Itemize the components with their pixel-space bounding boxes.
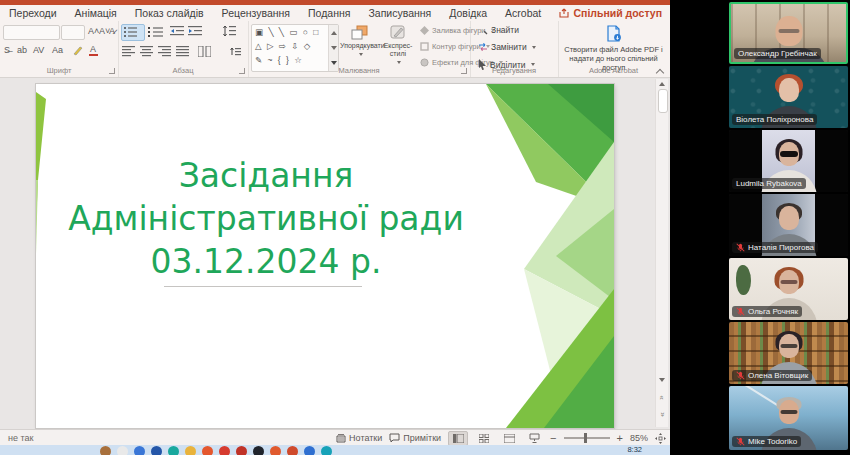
strikethrough-button[interactable]: S̶	[4, 45, 10, 55]
scroll-down-button[interactable]	[656, 375, 668, 385]
tab-review[interactable]: Рецензування	[213, 7, 299, 19]
zoom-level[interactable]: 85%	[630, 433, 648, 443]
quick-styles-icon	[390, 25, 406, 41]
participant-tile-violeta[interactable]: Віолета Поліхронова	[729, 66, 848, 128]
slide-title-line: Адміністративної ради	[66, 197, 466, 240]
status-left-text: не так	[8, 433, 33, 443]
vertical-scrollbar[interactable]: » »	[655, 79, 668, 427]
quick-styles-caret-icon	[397, 61, 401, 64]
participant-tile-oleksandr[interactable]: Олександр Гребінчак	[729, 2, 848, 64]
tab-slideshow[interactable]: Показ слайдів	[126, 7, 213, 19]
fit-to-window-icon[interactable]	[655, 433, 666, 444]
comments-button[interactable]: Примітки	[389, 433, 441, 443]
change-case-button[interactable]: Aa	[52, 45, 63, 55]
find-button[interactable]: Знайти	[478, 25, 519, 35]
zoom-in-button[interactable]: +	[617, 432, 623, 444]
shapes-row: ✎ ~ { } ☆	[252, 53, 338, 67]
quick-styles-label: Експрес-стилі	[380, 42, 416, 58]
font-name-combobox[interactable]	[3, 25, 60, 40]
decrease-indent-icon[interactable]	[170, 25, 184, 38]
align-center-icon[interactable]	[140, 46, 153, 57]
slideshow-icon	[529, 433, 540, 443]
scrollbar-thumb[interactable]	[658, 89, 668, 113]
drawing-group-label: Малювання	[248, 66, 470, 75]
align-left-icon[interactable]	[122, 46, 135, 57]
line-spacing-icon[interactable]	[222, 25, 236, 38]
scroll-up-button[interactable]	[656, 79, 668, 89]
participant-tile-natalia[interactable]: Наталія Пирогова	[729, 194, 848, 256]
drawing-dialog-launcher[interactable]	[461, 68, 467, 74]
slide-title: Засідання Адміністративної ради 03.12.20…	[66, 154, 466, 283]
taskbar-icons	[100, 446, 332, 455]
shapes-gallery-scrollbar[interactable]	[328, 25, 338, 71]
shapes-row: △ ▷ ⇨ ⇩ ◇	[252, 39, 338, 53]
windows-taskbar[interactable]: 8:32	[0, 445, 670, 455]
collapse-ribbon-icon[interactable]	[657, 68, 664, 73]
zoom-out-button[interactable]: −	[550, 432, 556, 444]
participant-tile-ludmila[interactable]: Ludmila Rybakova	[729, 130, 848, 192]
increase-indent-icon[interactable]	[188, 25, 202, 38]
arrange-icon	[351, 25, 369, 41]
notes-icon	[336, 433, 346, 443]
reading-view-button[interactable]	[500, 432, 518, 445]
text-direction-icon[interactable]	[230, 46, 242, 57]
share-icon	[559, 8, 569, 18]
columns-icon[interactable]	[198, 46, 211, 57]
tab-transitions[interactable]: Переходи	[0, 7, 66, 19]
participants-sidebar: Олександр Гребінчак Віолета Поліхронова	[728, 0, 850, 455]
replace-icon	[478, 42, 488, 52]
font-color-button[interactable]: A	[90, 44, 96, 54]
paragraph-dialog-launcher[interactable]	[239, 68, 245, 74]
gallery-up-icon	[331, 31, 337, 35]
participant-name-label: Mike Todoriko	[732, 436, 801, 447]
align-right-icon[interactable]	[158, 46, 171, 57]
arrange-caret-icon	[359, 53, 363, 56]
slide-sorter-view-button[interactable]	[475, 432, 493, 445]
slideshow-view-button[interactable]	[525, 432, 543, 445]
slide-sorter-icon	[479, 434, 489, 443]
notes-button[interactable]: Нотатки	[336, 433, 382, 443]
status-bar: не так Нотатки Примітки	[0, 429, 670, 446]
zoom-slider[interactable]	[564, 437, 610, 439]
gallery-down-icon	[331, 46, 337, 50]
participant-tile-mike[interactable]: Mike Todoriko	[729, 386, 848, 450]
replace-button[interactable]: Замінити	[478, 42, 536, 52]
normal-view-icon	[453, 434, 464, 443]
subscript-button[interactable]: ab	[17, 45, 27, 55]
previous-slide-button[interactable]: »	[656, 393, 668, 403]
tab-acrobat[interactable]: Acrobat	[496, 7, 550, 19]
shapes-gallery[interactable]: ▣ ╲ ╲ ▭ ○ □ △ ▷ ⇨ ⇩ ◇ ✎ ~ { } ☆	[251, 24, 339, 72]
tab-recording[interactable]: Записування	[359, 7, 440, 19]
character-spacing-button[interactable]: AV	[33, 45, 44, 55]
zoom-slider-thumb[interactable]	[584, 433, 587, 443]
next-slide-button[interactable]: »	[656, 409, 668, 419]
slide-title-line: Засідання	[66, 154, 466, 197]
shape-fill-icon	[420, 26, 429, 35]
tab-view[interactable]: Подання	[299, 7, 359, 19]
participant-name-label: Олена Вітовщик	[732, 370, 812, 381]
participant-name-label: Ольга Рочняк	[732, 306, 802, 317]
participant-tile-olga[interactable]: Ольга Рочняк	[729, 258, 848, 320]
font-size-combobox[interactable]	[61, 25, 85, 40]
next-slide-icon: »	[659, 412, 665, 415]
ribbon-group-acrobat: Створити файл Adobe PDF і надати до ньог…	[558, 21, 669, 77]
tab-help[interactable]: Довідка	[440, 7, 496, 19]
highlight-pen-icon[interactable]	[72, 45, 83, 56]
reading-view-icon	[504, 434, 515, 443]
font-dialog-launcher[interactable]	[109, 68, 115, 74]
clear-formatting-button[interactable]: A̷	[109, 26, 115, 36]
ribbon-group-paragraph: Абзац	[118, 21, 249, 77]
slide[interactable]: Засідання Адміністративної ради 03.12.20…	[36, 84, 614, 428]
grow-font-button[interactable]: A˄	[88, 26, 99, 36]
slide-canvas: Засідання Адміністративної ради 03.12.20…	[0, 78, 670, 429]
participant-tile-olena[interactable]: Олена Вітовщик	[729, 322, 848, 384]
participant-name-label: Ludmila Rybakova	[732, 178, 806, 189]
numbering-icon[interactable]	[147, 25, 165, 38]
normal-view-button[interactable]	[448, 431, 468, 446]
tab-animation[interactable]: Анімація	[66, 7, 126, 19]
justify-icon[interactable]	[176, 46, 189, 57]
muted-mic-icon	[736, 371, 745, 380]
comments-icon	[389, 433, 400, 443]
share-button[interactable]: Спільний доступ	[559, 7, 662, 19]
bullets-button[interactable]	[121, 24, 145, 41]
